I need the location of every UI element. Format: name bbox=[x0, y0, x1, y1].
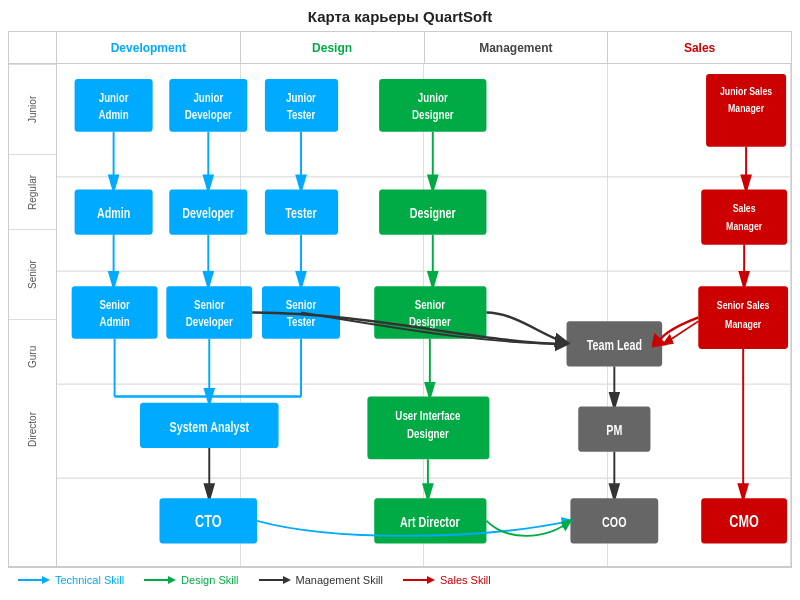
legend: Technical Skill Design Skill Management … bbox=[8, 567, 792, 592]
col-headers-and-grid: Development Design Management Sales bbox=[57, 32, 791, 566]
design-arrow-icon bbox=[144, 574, 176, 586]
legend-design-label: Design Skill bbox=[181, 574, 238, 586]
row-label-junior: Junior bbox=[9, 64, 56, 154]
col-header-sales: Sales bbox=[608, 32, 791, 63]
svg-marker-84 bbox=[42, 576, 50, 584]
mgmt-arrow-icon bbox=[259, 574, 291, 586]
row-label-senior: Senior bbox=[9, 229, 56, 319]
legend-technical-label: Technical Skill bbox=[55, 574, 124, 586]
grid-col-design bbox=[241, 64, 425, 566]
tech-arrow-icon bbox=[18, 574, 50, 586]
main-container: Карта карьеры QuartSoft Junior Regular S… bbox=[0, 0, 800, 600]
col-header-mgmt: Management bbox=[425, 32, 609, 63]
col-header-dev: Development bbox=[57, 32, 241, 63]
legend-design: Design Skill bbox=[144, 574, 238, 586]
col-header-design: Design bbox=[241, 32, 425, 63]
grid: Junior Admin Junior Developer Junior Tes… bbox=[57, 64, 791, 566]
col-headers: Development Design Management Sales bbox=[57, 32, 791, 64]
legend-management: Management Skill bbox=[259, 574, 383, 586]
row-labels: Junior Regular Senior Guru Director bbox=[9, 32, 57, 566]
legend-management-label: Management Skill bbox=[296, 574, 383, 586]
svg-marker-86 bbox=[168, 576, 176, 584]
page-title: Карта карьеры QuartSoft bbox=[8, 8, 792, 25]
grid-col-mgmt bbox=[424, 64, 608, 566]
row-label-spacer bbox=[9, 32, 56, 64]
grid-col-dev bbox=[57, 64, 241, 566]
row-label-director: Director bbox=[9, 394, 56, 464]
legend-sales: Sales Skill bbox=[403, 574, 491, 586]
row-label-guru: Guru bbox=[9, 319, 56, 394]
row-label-regular: Regular bbox=[9, 154, 56, 229]
legend-technical: Technical Skill bbox=[18, 574, 124, 586]
sales-arrow-icon bbox=[403, 574, 435, 586]
svg-marker-88 bbox=[283, 576, 291, 584]
svg-marker-90 bbox=[427, 576, 435, 584]
chart-area: Junior Regular Senior Guru Director Deve… bbox=[8, 31, 792, 567]
grid-col-sales bbox=[608, 64, 792, 566]
legend-sales-label: Sales Skill bbox=[440, 574, 491, 586]
